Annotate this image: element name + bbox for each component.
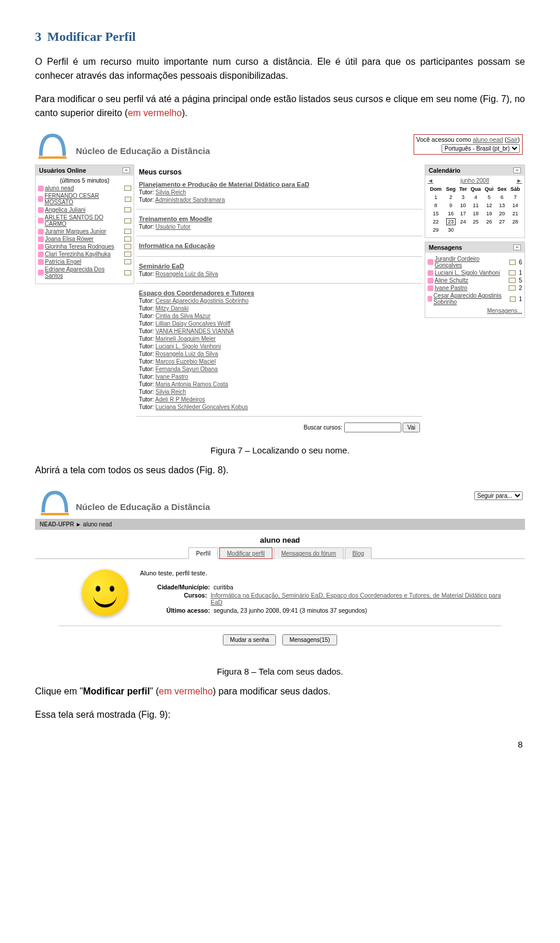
calendar-day[interactable]: 3 bbox=[457, 193, 468, 201]
calendar-day[interactable]: 17 bbox=[457, 209, 468, 218]
online-user-link[interactable]: Clari Terezinha Kayilhuka bbox=[45, 251, 111, 257]
message-sender-link[interactable]: Jurandir Cordeiro Gonçalves bbox=[435, 256, 508, 268]
course-link[interactable]: Treinamento em Moodle bbox=[139, 215, 212, 222]
collapse-icon[interactable]: − bbox=[513, 245, 521, 250]
calendar-day[interactable]: 28 bbox=[509, 218, 522, 226]
calendar-day[interactable]: 5 bbox=[483, 193, 495, 201]
tutor-link[interactable]: Ivane Pastro bbox=[156, 373, 188, 380]
collapse-icon[interactable]: − bbox=[123, 167, 130, 173]
online-user-link[interactable]: FERNANDO CESAR MOSSATO bbox=[44, 193, 123, 205]
messages-link[interactable]: Mensagens... bbox=[487, 308, 522, 314]
message-icon[interactable] bbox=[124, 270, 131, 275]
message-icon[interactable] bbox=[509, 285, 516, 291]
tutor-link[interactable]: Lillian Daisy Goncalves Wolff bbox=[156, 320, 231, 327]
calendar-day[interactable]: 14 bbox=[509, 201, 522, 209]
tutor-link[interactable]: Cintia da Silva Mazur bbox=[156, 313, 211, 319]
online-user-link[interactable]: Edriane Aparecida Dos Santos bbox=[45, 266, 123, 279]
calendar-day[interactable]: 15 bbox=[428, 209, 444, 218]
messages-button[interactable]: Mensagens(15) bbox=[282, 634, 337, 645]
login-info-box[interactable]: Você acessou como aluno nead (Sair) Port… bbox=[414, 134, 523, 155]
calendar-day[interactable]: 23 bbox=[444, 218, 457, 226]
tutor-link[interactable]: Marineli Joaquim Meier bbox=[156, 336, 216, 342]
online-user-link[interactable]: Juramir Marques Junior bbox=[45, 228, 106, 235]
calendar-day[interactable]: 7 bbox=[509, 193, 522, 201]
message-icon[interactable] bbox=[124, 259, 131, 264]
calendar-day[interactable]: 11 bbox=[468, 201, 483, 209]
calendar-day[interactable]: 8 bbox=[428, 201, 444, 209]
message-icon[interactable] bbox=[124, 236, 131, 242]
tutor-link[interactable]: Luciana Schleder Goncalves Kobus bbox=[156, 404, 248, 410]
course-link[interactable]: Espaço dos Coordenadores e Tutores bbox=[139, 289, 254, 296]
calendar-day[interactable]: 29 bbox=[428, 226, 444, 234]
tab-modificar-perfil[interactable]: Modificar perfil bbox=[219, 547, 272, 559]
calendar-day[interactable]: 30 bbox=[444, 226, 457, 234]
courses-value[interactable]: Informática na Educação, Seminário EaD, … bbox=[211, 592, 501, 606]
message-icon[interactable] bbox=[124, 218, 131, 223]
tutor-link[interactable]: VANIA HERNANDES VIANNA bbox=[156, 328, 234, 334]
message-icon[interactable] bbox=[509, 260, 516, 265]
message-sender-link[interactable]: Ivane Pastro bbox=[435, 285, 467, 291]
message-icon[interactable] bbox=[124, 207, 131, 212]
tutor-link[interactable]: Rosangela Luiz da Silva bbox=[156, 271, 218, 277]
breadcrumb-root[interactable]: NEAD-UFPR bbox=[40, 521, 74, 528]
online-user-link[interactable]: Angelica Juliani bbox=[45, 207, 86, 213]
tutor-link[interactable]: Maria Antonia Ramos Costa bbox=[156, 381, 229, 387]
tab-blog[interactable]: Blog bbox=[345, 547, 372, 559]
cal-prev-icon[interactable]: ◄ bbox=[428, 177, 433, 184]
logout-link[interactable]: Sair bbox=[507, 136, 518, 143]
calendar-day[interactable]: 9 bbox=[444, 201, 457, 209]
calendar-day[interactable]: 2 bbox=[444, 193, 457, 201]
calendar-day[interactable]: 19 bbox=[483, 209, 495, 218]
online-user-link[interactable]: Glorinha Teresa Rodrigues bbox=[45, 243, 114, 250]
course-link[interactable]: Planejamento e Produção de Material Didá… bbox=[139, 181, 309, 188]
calendar-day[interactable]: 13 bbox=[495, 201, 509, 209]
tutor-link[interactable]: Luciani L. Sigolo Vanhoni bbox=[156, 343, 221, 350]
tutor-link[interactable]: Silvia Reich bbox=[156, 389, 186, 395]
calendar-day[interactable]: 24 bbox=[457, 218, 468, 226]
tab-forum-messages[interactable]: Mensagens do fórum bbox=[274, 547, 344, 559]
message-icon[interactable] bbox=[509, 278, 516, 283]
online-user-link[interactable]: ARLETE SANTOS DO CARMO bbox=[45, 214, 124, 227]
calendar-day[interactable]: 26 bbox=[483, 218, 495, 226]
calendar-day[interactable]: 1 bbox=[428, 193, 444, 201]
change-password-button[interactable]: Mudar a senha bbox=[223, 634, 276, 645]
course-link[interactable]: Seminário EaD bbox=[139, 263, 184, 270]
calendar-day[interactable]: 20 bbox=[495, 209, 509, 218]
message-icon[interactable] bbox=[510, 296, 516, 302]
message-icon[interactable] bbox=[509, 270, 516, 275]
tutor-link[interactable]: Administrador Sandramara bbox=[155, 197, 225, 203]
calendar-day[interactable]: 25 bbox=[468, 218, 483, 226]
course-link[interactable]: Informática na Educação bbox=[139, 242, 215, 249]
search-courses-button[interactable] bbox=[402, 422, 420, 432]
tutor-link[interactable]: Fernanda Sayuri Obana bbox=[156, 366, 218, 372]
language-select[interactable]: Português - Brasil (pt_br) bbox=[442, 144, 520, 153]
message-icon[interactable] bbox=[124, 244, 131, 249]
online-user-link[interactable]: aluno nead bbox=[45, 185, 74, 191]
search-courses-input[interactable] bbox=[344, 422, 401, 432]
calendar-day[interactable]: 12 bbox=[483, 201, 495, 209]
tutor-link[interactable]: Cesar Aparecido Agostinis Sobrinho bbox=[156, 298, 249, 304]
message-icon[interactable] bbox=[124, 252, 131, 257]
calendar-day[interactable]: 22 bbox=[428, 218, 444, 226]
calendar-day[interactable]: 6 bbox=[495, 193, 509, 201]
tutor-link[interactable]: Marcos Euzebio Maciel bbox=[156, 358, 216, 365]
online-user-link[interactable]: Patrícia Engel bbox=[45, 259, 81, 265]
message-icon[interactable] bbox=[125, 197, 131, 202]
message-sender-link[interactable]: Luciani L. Sigolo Vanhoni bbox=[435, 270, 500, 276]
tab-perfil[interactable]: Perfil bbox=[188, 547, 218, 559]
message-sender-link[interactable]: Cesar Aparecido Agostinis Sobrinho bbox=[433, 292, 509, 305]
login-username-link[interactable]: aluno nead bbox=[473, 136, 503, 143]
tutor-link[interactable]: Silvia Reich bbox=[156, 189, 186, 195]
tutor-link[interactable]: Rosangela Luiz da Silva bbox=[156, 351, 218, 357]
jump-to-select[interactable]: Seguir para... bbox=[474, 491, 523, 500]
calendar-day[interactable]: 4 bbox=[468, 193, 483, 201]
tutor-link[interactable]: Mitzy Danski bbox=[156, 305, 189, 312]
calendar-day[interactable]: 27 bbox=[495, 218, 509, 226]
online-user-link[interactable]: Joana Elisa Röwer bbox=[45, 236, 93, 242]
cal-next-icon[interactable]: ► bbox=[516, 177, 522, 184]
message-sender-link[interactable]: Aline Schultz bbox=[435, 277, 468, 284]
calendar-day[interactable]: 21 bbox=[509, 209, 522, 218]
calendar-day[interactable]: 16 bbox=[444, 209, 457, 218]
tutor-link[interactable]: Adeli R P Medeiros bbox=[155, 396, 205, 403]
calendar-day[interactable]: 10 bbox=[457, 201, 468, 209]
